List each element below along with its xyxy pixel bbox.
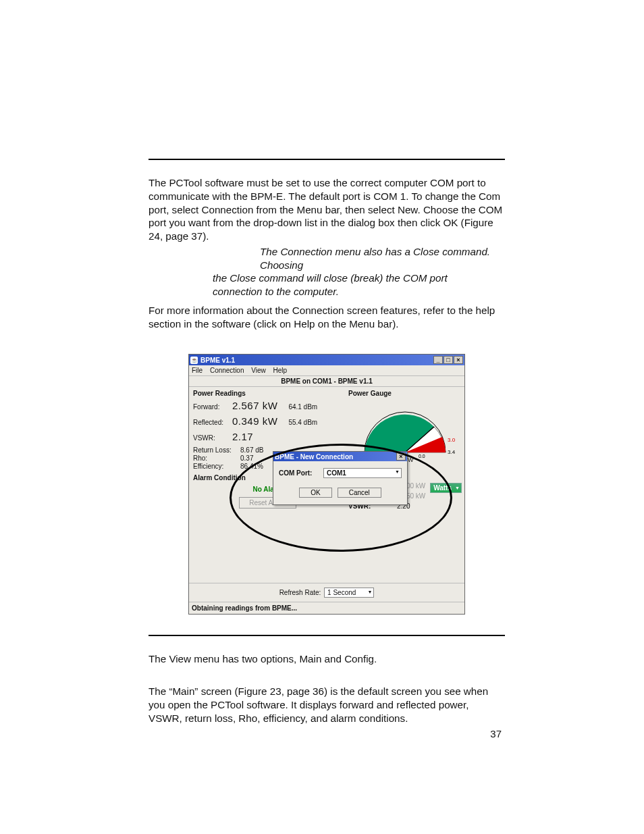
vswr-value: 2.17	[232, 431, 253, 442]
power-gauge-title: Power Gauge	[348, 390, 463, 397]
forward-label: Forward:	[193, 403, 232, 411]
subtitle-bar: BPME on COM1 - BPME v1.1	[189, 376, 464, 387]
rho-label: Rho:	[193, 454, 240, 462]
note-rest: the Close command will close (break) the…	[213, 272, 448, 297]
screenshot-figure: ☕ BPME v1.1 _ □ × File Connection View H…	[149, 354, 505, 615]
chevron-down-icon: ▼	[395, 469, 400, 474]
refresh-label: Refresh Rate:	[279, 589, 321, 596]
app-window: ☕ BPME v1.1 _ □ × File Connection View H…	[188, 354, 465, 615]
note-line1: The Connection menu also has a Close com…	[260, 245, 496, 272]
svg-text:3.0: 3.0	[448, 437, 456, 443]
chevron-down-icon: ▼	[367, 590, 372, 594]
close-button[interactable]: ×	[454, 356, 463, 364]
titlebar: ☕ BPME v1.1 _ □ ×	[189, 355, 464, 365]
java-icon: ☕	[190, 357, 198, 364]
svg-text:0.0: 0.0	[419, 454, 425, 459]
minimize-button[interactable]: _	[433, 356, 443, 364]
chevron-down-icon: ▼	[455, 486, 460, 490]
efficiency-label: Efficiency:	[193, 463, 240, 470]
paragraph-3: The View menu has two options, Main and …	[149, 652, 505, 666]
refresh-dropdown[interactable]: 1 Second ▼	[324, 588, 374, 598]
top-rule	[149, 159, 505, 160]
new-connection-dialog: BPME - New Connection × COM Port: COM1 ▼	[273, 451, 408, 505]
paragraph-2: For more information about the Connectio…	[149, 304, 505, 331]
vswr-label: VSWR:	[193, 434, 232, 442]
bottom-rule	[149, 635, 505, 636]
paragraph-1: The PCTool software must be set to use t…	[149, 176, 505, 243]
return-loss-label: Return Loss:	[193, 446, 240, 454]
unit-dropdown[interactable]: Watts▼	[430, 483, 462, 493]
ok-button[interactable]: OK	[299, 488, 331, 498]
menu-connection[interactable]: Connection	[210, 367, 244, 374]
refresh-row: Refresh Rate: 1 Second ▼	[189, 583, 464, 602]
menubar: File Connection View Help	[189, 365, 464, 376]
return-loss-value: 8.67 dB	[240, 446, 263, 454]
reflected-dbm: 55.4 dBm	[288, 419, 317, 426]
menu-view[interactable]: View	[251, 367, 266, 374]
status-bar: Obtaining readings from BPME...	[189, 602, 464, 614]
menu-help[interactable]: Help	[273, 367, 288, 374]
forward-value: 2.567 kW	[232, 400, 277, 411]
dialog-title: BPME - New Connection	[275, 453, 353, 461]
reflected-value: 0.349 kW	[232, 415, 277, 427]
reflected-label: Reflected:	[193, 419, 232, 426]
menu-file[interactable]: File	[192, 367, 203, 374]
dialog-close-button[interactable]: ×	[396, 452, 406, 461]
paragraph-4: The “Main” screen (Figure 23, page 36) i…	[149, 685, 505, 725]
window-title: BPME v1.1	[200, 357, 235, 364]
power-readings-title: Power Readings	[193, 390, 344, 397]
efficiency-value: 86.41%	[240, 463, 263, 470]
cancel-button[interactable]: Cancel	[338, 488, 381, 498]
maximize-button[interactable]: □	[444, 356, 453, 364]
page-number: 37	[490, 728, 502, 739]
com-port-dropdown[interactable]: COM1 ▼	[323, 468, 402, 478]
svg-text:3.4: 3.4	[448, 449, 456, 455]
com-port-label: COM Port:	[279, 469, 323, 477]
rho-value: 0.37	[240, 454, 253, 462]
note-paragraph: The Connection menu also has a Close com…	[213, 245, 496, 298]
forward-dbm: 64.1 dBm	[288, 403, 317, 411]
